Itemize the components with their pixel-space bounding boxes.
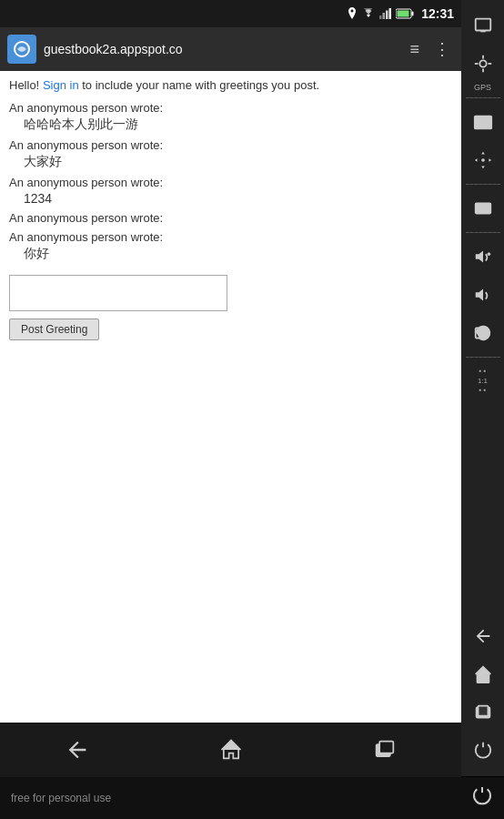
id-icon[interactable] [465, 190, 501, 227]
hello-message: Hello! Sign in to include your name with… [9, 78, 452, 92]
side-home-icon[interactable] [465, 656, 501, 693]
svg-rect-2 [386, 11, 388, 20]
sign-in-link[interactable]: Sign in [43, 78, 79, 92]
bottom-nav [0, 723, 461, 777]
post-greeting-button[interactable]: Post Greeting [9, 318, 99, 340]
more-icon[interactable]: ⋮ [430, 35, 454, 63]
ratio-icon[interactable]: ▪ ▪1:1▪ ▪ [465, 363, 501, 399]
svg-rect-27 [477, 674, 489, 682]
entry-content-1: 哈哈哈本人别此一游 [24, 116, 452, 133]
recent-button[interactable] [354, 730, 416, 770]
back-button[interactable] [46, 730, 108, 770]
url-bar[interactable]: guestbook2a.appspot.co [44, 42, 398, 56]
entry-label-5: An anonymous person wrote: [9, 230, 452, 244]
arrows-icon[interactable] [465, 142, 501, 178]
svg-point-17 [481, 158, 485, 162]
home-button[interactable] [200, 730, 262, 770]
hello-suffix: to include your name with greetings you … [82, 78, 319, 92]
entry-label-4: An anonymous person wrote: [9, 211, 452, 225]
side-back-icon[interactable] [465, 618, 501, 654]
entry-label-3: An anonymous person wrote: [9, 176, 452, 189]
volume-down-icon[interactable] [465, 277, 501, 313]
entry-content-3: 1234 [24, 191, 452, 206]
gps-label: GPS [474, 84, 491, 92]
svg-point-10 [479, 60, 486, 66]
svg-marker-25 [475, 289, 482, 301]
main-content: Hello! Sign in to include your name with… [0, 71, 461, 723]
gps-icon[interactable] [465, 46, 501, 82]
svg-rect-1 [383, 13, 386, 19]
divider-3 [466, 232, 500, 233]
browser-favicon [7, 35, 36, 64]
svg-rect-6 [398, 11, 409, 17]
footer-power-icon[interactable] [471, 785, 493, 812]
divider-1 [466, 97, 500, 98]
hello-prefix: Hello! [9, 78, 39, 92]
divider-2 [466, 184, 500, 185]
svg-rect-8 [475, 19, 490, 31]
side-power-icon[interactable] [465, 733, 501, 769]
status-time: 12:31 [421, 6, 454, 21]
greeting-input[interactable] [9, 275, 227, 311]
entry-label-2: An anonymous person wrote: [9, 138, 452, 152]
rotate-icon[interactable] [465, 315, 501, 351]
entry-label-1: An anonymous person wrote: [9, 101, 452, 115]
svg-rect-9 [480, 31, 486, 33]
ratio-label: ▪ ▪1:1▪ ▪ [478, 367, 488, 395]
screen-icon[interactable] [465, 7, 501, 44]
status-bar: 12:31 [0, 0, 461, 27]
side-panel: GPS [461, 0, 504, 776]
volume-up-icon[interactable] [465, 238, 501, 275]
divider-4 [466, 357, 500, 358]
svg-point-19 [478, 207, 482, 211]
svg-rect-29 [478, 706, 488, 716]
browser-toolbar: guestbook2a.appspot.co ≡ ⋮ [0, 27, 461, 71]
svg-rect-5 [412, 12, 414, 16]
camera-icon[interactable] [465, 104, 501, 140]
footer-text: free for personal use [11, 792, 111, 804]
entry-content-2: 大家好 [24, 154, 452, 170]
svg-rect-0 [379, 15, 382, 19]
entry-content-5: 你好 [24, 246, 452, 262]
svg-marker-22 [475, 251, 482, 263]
menu-icon[interactable]: ≡ [406, 36, 423, 63]
svg-rect-3 [389, 8, 392, 19]
side-recent-icon[interactable] [465, 694, 501, 731]
footer: free for personal use [0, 777, 504, 819]
status-icons: 12:31 [347, 6, 454, 21]
svg-rect-31 [379, 742, 393, 753]
